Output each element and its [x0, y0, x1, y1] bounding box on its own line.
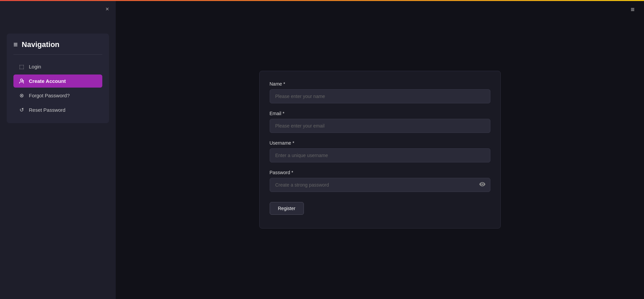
hamburger-button[interactable]: ≡: [631, 6, 635, 13]
nav-title: Navigation: [22, 40, 59, 49]
password-field-group: Password *: [270, 170, 490, 192]
sidebar-item-create-account[interactable]: Create Account: [13, 74, 102, 88]
create-account-icon: [18, 78, 25, 84]
sidebar-item-reset-password-label: Reset Password: [29, 107, 65, 113]
eye-icon: [479, 181, 486, 188]
name-field-group: Name *: [270, 81, 490, 103]
name-input[interactable]: [270, 89, 490, 103]
name-label: Name *: [270, 81, 490, 87]
sidebar: × ≡ Navigation ⬚ Login: [0, 0, 116, 299]
sidebar-item-login-label: Login: [29, 64, 41, 69]
close-button[interactable]: ×: [105, 6, 109, 12]
top-gradient-bar: [0, 0, 644, 1]
email-input[interactable]: [270, 119, 490, 133]
sidebar-item-forgot-password[interactable]: ⊗ Forgot Password?: [13, 89, 102, 102]
sidebar-item-create-account-label: Create Account: [29, 78, 66, 84]
main-content: ≡ Name * Email * Username * Password *: [116, 0, 644, 299]
create-account-form-card: Name * Email * Username * Password *: [259, 71, 501, 229]
email-label: Email *: [270, 111, 490, 116]
svg-point-0: [20, 79, 22, 81]
username-input[interactable]: [270, 148, 490, 162]
username-label: Username *: [270, 140, 490, 146]
password-input-wrapper: [270, 178, 490, 192]
password-label: Password *: [270, 170, 490, 175]
sidebar-item-reset-password[interactable]: ↺ Reset Password: [13, 103, 102, 116]
login-icon: ⬚: [18, 63, 25, 70]
sidebar-item-forgot-password-label: Forgot Password?: [29, 93, 70, 98]
sidebar-item-login[interactable]: ⬚ Login: [13, 60, 102, 73]
nav-hamburger-icon: ≡: [13, 41, 18, 48]
nav-items: ⬚ Login Create Account ⊗ Forgot: [13, 60, 102, 116]
reset-password-icon: ↺: [18, 107, 25, 113]
nav-panel: ≡ Navigation ⬚ Login Create Acc: [7, 34, 109, 123]
forgot-password-icon: ⊗: [18, 92, 25, 99]
username-field-group: Username *: [270, 140, 490, 162]
register-button[interactable]: Register: [270, 202, 304, 215]
password-input[interactable]: [270, 178, 490, 192]
nav-header: ≡ Navigation: [13, 40, 102, 55]
email-field-group: Email *: [270, 111, 490, 133]
toggle-password-visibility-button[interactable]: [479, 181, 486, 189]
